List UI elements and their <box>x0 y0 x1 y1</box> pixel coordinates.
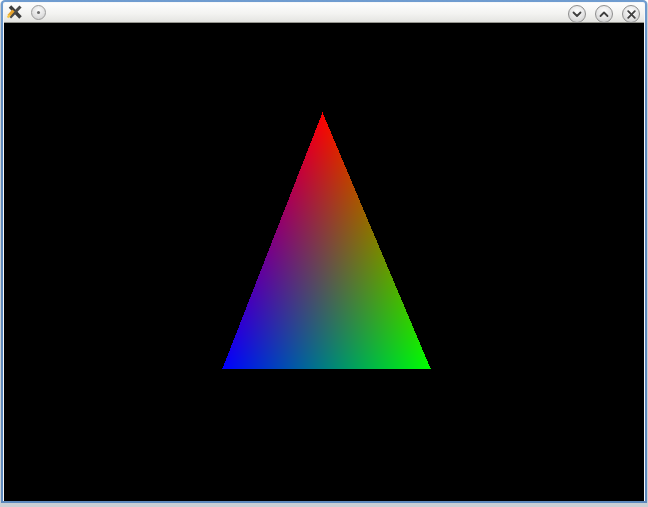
window-controls <box>568 5 640 23</box>
titlebar[interactable] <box>4 3 644 22</box>
opengl-viewport <box>4 23 644 501</box>
x-icon <box>627 10 636 19</box>
chevron-down-icon <box>572 11 582 18</box>
maximize-button[interactable] <box>595 5 613 23</box>
close-button[interactable] <box>622 5 640 23</box>
on-all-desktops-button[interactable] <box>31 5 46 20</box>
application-window <box>0 0 648 507</box>
x-application-icon[interactable] <box>6 3 24 21</box>
window-focus-glow-border <box>1 0 647 503</box>
minimize-button[interactable] <box>568 5 586 23</box>
chevron-up-icon <box>599 11 609 18</box>
dot-icon <box>37 11 40 14</box>
rgb-gradient-triangle <box>4 23 644 501</box>
window-inner-frame <box>3 2 645 501</box>
